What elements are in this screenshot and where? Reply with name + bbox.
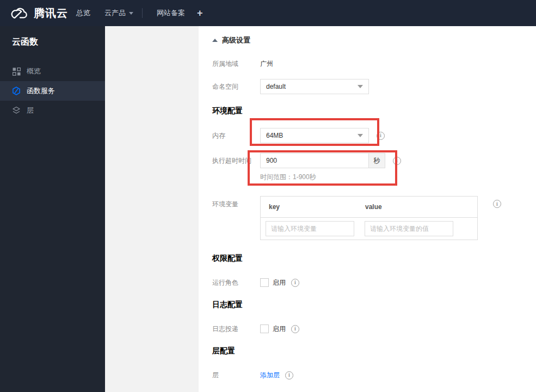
log-config-section-title: 日志配置 (212, 300, 536, 309)
run-role-enable-label: 启用 (273, 278, 286, 287)
env-key-header: key (261, 203, 365, 211)
layer-info-icon[interactable]: i (285, 371, 293, 379)
cloud-logo-icon (10, 7, 28, 20)
chevron-down-icon (129, 12, 133, 15)
env-vars-info-icon[interactable]: i (493, 200, 501, 208)
log-delivery-info-icon[interactable]: i (291, 325, 299, 333)
sidebar-item-function-service[interactable]: 函数服务 (0, 81, 105, 101)
timeout-label: 执行超时时间 (212, 156, 260, 166)
top-nav-menu: 总览 云产品 网站备案 + (76, 8, 203, 19)
chevron-down-icon (358, 134, 363, 137)
log-delivery-row: 日志投递 启用 i (212, 321, 536, 336)
namespace-row: 命名空间 default (212, 79, 536, 94)
memory-label: 内存 (212, 131, 260, 140)
sidebar-title: 云函数 (0, 26, 105, 52)
tencent-cloud-logo[interactable]: 腾讯云 (0, 6, 76, 21)
timeout-input[interactable] (260, 153, 369, 168)
env-vars-row: 环境变量 key value i (212, 196, 536, 240)
page-background-panel (105, 26, 199, 392)
grid-icon (12, 67, 21, 76)
memory-row: 内存 64MB i (212, 128, 536, 143)
namespace-select[interactable]: default (260, 79, 369, 94)
env-vars-table-header: key value (261, 197, 477, 218)
env-vars-table: key value (260, 196, 478, 240)
env-vars-label: 环境变量 (212, 196, 260, 209)
nav-item-cloud-products[interactable]: 云产品 (104, 8, 133, 18)
layer-row: 层 添加层 i (212, 367, 536, 383)
memory-select[interactable]: 64MB (260, 128, 369, 143)
scf-hexagon-icon (12, 87, 21, 95)
log-delivery-label: 日志投递 (212, 324, 260, 334)
perm-config-section-title: 权限配置 (212, 254, 536, 262)
sidebar-item-label: 概览 (27, 66, 41, 76)
timeout-info-icon[interactable]: i (393, 157, 401, 165)
run-role-label: 运行角色 (212, 278, 260, 287)
layer-label: 层 (212, 371, 260, 380)
region-row: 所属地域 广州 (212, 56, 536, 71)
env-value-header: value (365, 203, 477, 211)
function-config-form: 高级设置 所属地域 广州 命名空间 default 环境配置 内存 64MB i… (199, 26, 536, 392)
brand-name: 腾讯云 (34, 6, 68, 21)
timeout-row: 执行超时时间 秒 i (212, 153, 536, 168)
region-value: 广州 (260, 59, 273, 69)
memory-info-icon[interactable]: i (377, 132, 385, 140)
env-value-input[interactable] (365, 221, 453, 236)
nav-item-website-icp[interactable]: 网站备案 (157, 8, 185, 18)
sidebar-item-label: 函数服务 (27, 86, 55, 96)
timeout-range-hint: 时间范围：1-900秒 (260, 173, 536, 181)
run-role-info-icon[interactable]: i (291, 279, 299, 287)
layer-config-section-title: 层配置 (212, 346, 536, 355)
region-label: 所属地域 (212, 59, 260, 69)
nav-divider (142, 8, 143, 18)
add-layer-link[interactable]: 添加层 (260, 371, 280, 380)
log-delivery-checkbox[interactable] (260, 324, 269, 333)
chevron-down-icon (358, 85, 363, 88)
top-navigation-bar: 腾讯云 总览 云产品 网站备案 + (0, 0, 536, 26)
run-role-row: 运行角色 启用 i (212, 275, 536, 290)
sidebar-item-layers[interactable]: 层 (0, 101, 105, 120)
add-tab-button[interactable]: + (197, 8, 203, 19)
memory-selected-value: 64MB (266, 132, 283, 139)
timeout-unit-suffix: 秒 (369, 153, 385, 168)
run-role-checkbox[interactable] (260, 278, 269, 287)
advanced-settings-toggle[interactable]: 高级设置 (212, 36, 536, 45)
advanced-settings-label: 高级设置 (222, 35, 250, 45)
nav-item-overview[interactable]: 总览 (76, 8, 90, 18)
sidebar-menu: 概览 函数服务 层 (0, 62, 105, 120)
env-key-input[interactable] (266, 221, 354, 236)
log-delivery-enable-label: 启用 (273, 324, 286, 334)
collapse-arrow-icon (212, 39, 218, 42)
timeout-input-group: 秒 (260, 153, 385, 168)
env-vars-input-row (261, 218, 477, 240)
layers-icon (12, 106, 21, 115)
env-config-section-title: 环境配置 (212, 106, 536, 115)
sidebar-item-overview[interactable]: 概览 (0, 62, 105, 81)
sidebar-item-label: 层 (27, 106, 34, 115)
left-sidebar: 云函数 概览 函数服务 (0, 26, 105, 392)
namespace-label: 命名空间 (212, 82, 260, 91)
namespace-selected-value: default (266, 83, 286, 90)
